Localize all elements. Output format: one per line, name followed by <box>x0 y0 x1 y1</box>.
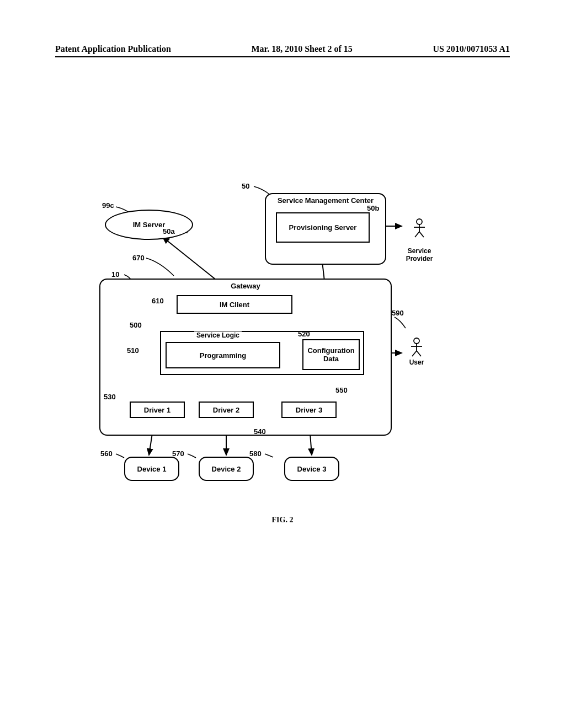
ref-610: 610 <box>152 297 164 305</box>
ref-570: 570 <box>172 449 184 458</box>
svg-line-19 <box>417 351 421 356</box>
box-driver-1: Driver 1 <box>130 402 185 418</box>
header-right: US 2010/0071053 A1 <box>433 44 510 54</box>
ref-670: 670 <box>132 254 145 262</box>
person-icon <box>409 338 424 357</box>
ref-590: 590 <box>392 309 404 317</box>
page-header: Patent Application Publication Mar. 18, … <box>55 44 510 57</box>
person-icon <box>412 218 427 238</box>
gateway-label: Gateway <box>231 282 260 290</box>
ref-520: 520 <box>298 330 310 338</box>
ref-530: 530 <box>104 393 116 401</box>
box-im-client: IM Client <box>177 295 292 314</box>
user-label: User <box>409 358 424 366</box>
ref-50: 50 <box>242 182 249 190</box>
actor-user: User <box>403 338 430 366</box>
box-provisioning-server: Provisioning Server <box>276 212 370 243</box>
ref-560: 560 <box>100 449 113 458</box>
ref-10: 10 <box>111 270 119 279</box>
box-driver-3: Driver 3 <box>281 402 337 418</box>
box-config-data: Configuration Data <box>302 339 360 370</box>
sp-label: Service Provider <box>406 247 433 263</box>
box-device-1: Device 1 <box>124 457 179 481</box>
box-device-3: Device 3 <box>284 457 339 481</box>
ref-500: 500 <box>130 321 142 329</box>
header-left: Patent Application Publication <box>55 44 171 54</box>
svg-line-13 <box>415 232 419 237</box>
svg-line-18 <box>412 351 417 356</box>
actor-service-provider: Service Provider <box>403 211 436 263</box>
ref-99c: 99c <box>102 201 114 210</box>
prov-label: Provisioning Server <box>289 223 357 232</box>
figure-caption: FIG. 2 <box>0 516 565 524</box>
box-programming: Programming <box>166 342 280 368</box>
ref-550: 550 <box>335 386 348 394</box>
svg-point-15 <box>414 338 419 344</box>
config-label: Configuration Data <box>307 346 354 363</box>
ref-50a: 50a <box>163 227 175 235</box>
box-driver-2: Driver 2 <box>199 402 254 418</box>
ref-580: 580 <box>249 449 262 458</box>
header-center: Mar. 18, 2010 Sheet 2 of 15 <box>251 44 352 54</box>
ref-510: 510 <box>127 346 139 355</box>
ellipse-im-server: IM Server <box>105 210 193 240</box>
im-client-label: IM Client <box>220 301 249 309</box>
im-server-label: IM Server <box>133 221 166 229</box>
ref-540: 540 <box>254 427 266 436</box>
svg-line-14 <box>419 232 424 237</box>
box-device-2: Device 2 <box>199 457 254 481</box>
ref-50b: 50b <box>367 204 379 212</box>
figure-diagram: Service Management Center Provisioning S… <box>77 176 475 491</box>
smc-label: Service Management Center <box>278 196 374 205</box>
svg-point-10 <box>417 219 422 224</box>
programming-label: Programming <box>200 351 247 360</box>
service-logic-label: Service Logic <box>194 331 242 339</box>
